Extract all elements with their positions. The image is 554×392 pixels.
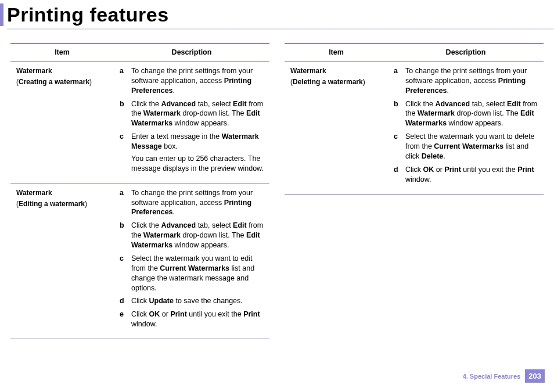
step-item: Click OK or Print until you exit the Pri… (120, 310, 264, 329)
feature-table-left: Item Description Watermark(Creating a wa… (10, 43, 269, 339)
item-sub: (Deleting a watermark) (290, 78, 365, 86)
item-cell: Watermark(Creating a watermark) (10, 61, 114, 183)
left-column: Item Description Watermark(Creating a wa… (10, 43, 269, 339)
step-item: Click the Advanced tab, select Edit from… (394, 99, 538, 129)
col-header-item: Item (10, 44, 114, 61)
step-item: Click Update to save the changes. (120, 296, 264, 306)
page-number: 203 (525, 369, 545, 383)
item-main: Watermark (16, 188, 108, 197)
description-cell: To change the print settings from your s… (114, 61, 269, 183)
col-header-description: Description (114, 44, 269, 61)
feature-table-right: Item Description Watermark(Deleting a wa… (285, 43, 544, 195)
item-sub: (Editing a watermark) (16, 200, 87, 208)
chapter-label: 4. Special Features (463, 373, 521, 380)
step-item: Enter a text message in the Watermark Me… (120, 132, 264, 174)
step-item: Select the watermark you want to edit fr… (120, 254, 264, 293)
title-underline (7, 28, 554, 30)
description-cell: To change the print settings from your s… (114, 183, 269, 339)
step-list: To change the print settings from your s… (120, 188, 264, 329)
page-title: Printing features (7, 3, 554, 26)
step-item: Click the Advanced tab, select Edit from… (120, 221, 264, 250)
step-item: To change the print settings from your s… (394, 66, 538, 96)
step-item: Select the watermark you want to delete … (394, 132, 538, 161)
step-item: Click the Advanced tab, select Edit from… (120, 99, 264, 129)
table-row: Watermark(Deleting a watermark)To change… (285, 61, 544, 194)
step-item: Click OK or Print until you exit the Pri… (394, 165, 538, 185)
table-row: Watermark(Creating a watermark)To change… (10, 61, 269, 183)
step-list: To change the print settings from your s… (120, 66, 264, 174)
step-extra: You can enter up to 256 characters. The … (131, 154, 264, 174)
step-item: To change the print settings from your s… (120, 66, 264, 96)
content-columns: Item Description Watermark(Creating a wa… (0, 43, 554, 339)
step-list: To change the print settings from your s… (394, 66, 538, 185)
item-main: Watermark (16, 66, 108, 75)
item-cell: Watermark(Deleting a watermark) (285, 61, 388, 194)
step-item: To change the print settings from your s… (120, 188, 264, 218)
page-footer: 4. Special Features 203 (463, 369, 545, 383)
right-column: Item Description Watermark(Deleting a wa… (285, 43, 544, 339)
item-cell: Watermark(Editing a watermark) (10, 183, 114, 339)
description-cell: To change the print settings from your s… (388, 61, 544, 194)
table-row: Watermark(Editing a watermark)To change … (10, 183, 269, 339)
page-title-bar: Printing features (0, 3, 554, 26)
col-header-description: Description (388, 44, 544, 61)
item-sub: (Creating a watermark) (16, 78, 92, 86)
col-header-item: Item (285, 44, 388, 61)
item-main: Watermark (290, 66, 382, 75)
